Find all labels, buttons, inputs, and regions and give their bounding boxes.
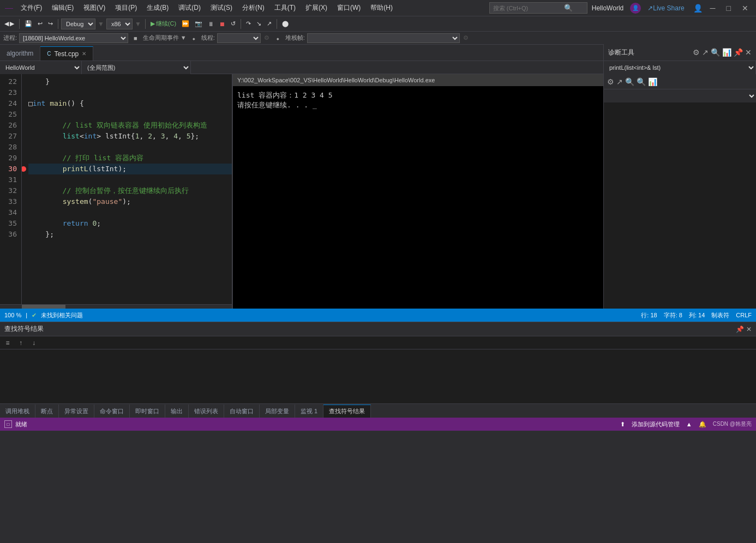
- diag-chart-icon[interactable]: 📊: [722, 48, 731, 57]
- stop-icon: ⏹: [219, 21, 225, 27]
- bottom-tab-breakpoints[interactable]: 断点: [35, 405, 59, 418]
- debug-config-select[interactable]: Debug: [61, 19, 95, 29]
- diag-btn-1[interactable]: ⚙: [607, 77, 614, 86]
- stack-select[interactable]: [307, 33, 460, 43]
- step-into-button[interactable]: ↘: [254, 19, 263, 28]
- pause-button[interactable]: ⏸: [206, 20, 216, 28]
- user-profile-icon[interactable]: 👤: [693, 4, 703, 13]
- undo-button[interactable]: ↩: [35, 19, 45, 28]
- menu-window[interactable]: 窗口(W): [333, 2, 365, 14]
- menu-edit[interactable]: 编辑(E): [47, 2, 78, 14]
- title-search-box[interactable]: 🔍: [489, 2, 587, 14]
- menu-view[interactable]: 视图(V): [79, 2, 110, 14]
- thread-select[interactable]: [217, 33, 261, 43]
- code-scroll-thumb[interactable]: [22, 305, 65, 309]
- search-input[interactable]: [493, 5, 564, 11]
- menu-project[interactable]: 项目(P): [111, 2, 141, 14]
- code-line-22: }: [28, 76, 232, 87]
- bottom-toolbar-btn-3[interactable]: ↓: [28, 337, 39, 348]
- code-line-35: return 0;: [28, 218, 232, 229]
- camera-button[interactable]: 📷: [193, 19, 205, 28]
- restart-icon: ↺: [231, 20, 236, 27]
- menu-build[interactable]: 生成(B): [142, 2, 173, 14]
- platform-select[interactable]: x86: [106, 19, 133, 29]
- diag-tools-title: 诊断工具: [608, 48, 634, 57]
- diag-navigate-icon[interactable]: ↗: [702, 48, 709, 57]
- diag-settings-icon[interactable]: ⚙: [693, 48, 700, 57]
- close-button[interactable]: ✕: [739, 3, 752, 14]
- menu-test[interactable]: 测试(S): [206, 2, 237, 14]
- notification-icon[interactable]: 🔔: [699, 421, 706, 428]
- bottom-tab-autowindow[interactable]: 自动窗口: [224, 405, 260, 418]
- encoding-info[interactable]: CRLF: [736, 312, 752, 318]
- scope-select-2[interactable]: (全局范围): [82, 61, 191, 74]
- diag-btn-5[interactable]: 📊: [648, 77, 657, 86]
- bottom-close-icon[interactable]: ✕: [746, 325, 752, 333]
- diag-close-icon[interactable]: ✕: [745, 48, 752, 57]
- col-info: 列: 14: [689, 311, 705, 319]
- diag-scope-select[interactable]: [604, 89, 756, 102]
- minimize-button[interactable]: ─: [707, 3, 719, 14]
- bottom-tab-callstack[interactable]: 调用堆栈: [0, 405, 35, 418]
- zoom-level[interactable]: 100 %: [4, 312, 21, 318]
- user-avatar[interactable]: 👤: [630, 3, 641, 14]
- redo-button[interactable]: ↪: [46, 19, 55, 28]
- bottom-tab-exceptions[interactable]: 异常设置: [59, 405, 94, 418]
- menu-file[interactable]: 文件(F): [16, 2, 46, 14]
- diag-btn-4[interactable]: 🔍: [637, 77, 646, 86]
- char-info: 字符: 8: [664, 311, 682, 319]
- step-out-icon: ↗: [267, 20, 272, 27]
- restart-button[interactable]: ↺: [229, 19, 238, 28]
- maximize-button[interactable]: □: [723, 3, 734, 14]
- tab-close-button[interactable]: ✕: [82, 51, 86, 57]
- bottom-tab-immediate[interactable]: 即时窗口: [130, 405, 165, 418]
- line-ending-info[interactable]: 制表符: [711, 311, 729, 319]
- tab-test-cpp-label: Test.cpp: [55, 50, 79, 58]
- menu-help[interactable]: 帮助(H): [366, 2, 397, 14]
- bottom-tab-errorlist[interactable]: 错误列表: [189, 405, 224, 418]
- breakpoint-button[interactable]: ⬤: [280, 19, 291, 28]
- code-editor[interactable]: 22 23 24 25 26 27 28 29 30 31 32 33 34 3…: [0, 74, 232, 309]
- tab-algorithm[interactable]: algorithm: [0, 46, 40, 61]
- editor-tab-bar: algorithm C Test.cpp ✕ 诊断工具 ⚙ ↗ 🔍 📊 📌 ✕: [0, 45, 756, 61]
- stop-button[interactable]: ⏹: [217, 20, 227, 28]
- code-scrollbar[interactable]: [0, 304, 232, 309]
- bottom-tab-command[interactable]: 命令窗口: [94, 405, 130, 418]
- back-nav-icon: ◀: [4, 20, 9, 27]
- live-share-button[interactable]: ↗ Live Share: [647, 4, 684, 12]
- step-out-button[interactable]: ↗: [265, 19, 274, 28]
- status-separator: |: [26, 312, 27, 318]
- search-icon: 🔍: [564, 4, 573, 12]
- scope-select-1[interactable]: HelloWorld: [0, 61, 82, 74]
- add-source-label[interactable]: 添加到源代码管理: [632, 420, 680, 429]
- code-line-29: // 打印 list 容器内容: [28, 153, 232, 164]
- watermark-text: CSDN @韩昱亮: [713, 420, 752, 428]
- process-select[interactable]: [18608] HelloWorld.exe: [19, 33, 128, 43]
- diag-btn-2[interactable]: ↗: [616, 77, 623, 86]
- diag-scope-bar: [604, 89, 756, 102]
- bottom-toolbar-btn-1[interactable]: ≡: [2, 337, 13, 348]
- app-title: HelloWorld: [592, 4, 623, 12]
- line-num-29: 29: [2, 153, 17, 164]
- step-over-button[interactable]: ↷: [244, 19, 253, 28]
- menu-extensions[interactable]: 扩展(X): [301, 2, 332, 14]
- menu-debug[interactable]: 调试(D): [174, 2, 205, 14]
- scope-select-3[interactable]: printL(list<int>& lst): [603, 61, 756, 74]
- diag-pin-icon[interactable]: 📌: [734, 48, 743, 57]
- step-button[interactable]: ⏩: [179, 19, 191, 28]
- bottom-toolbar-btn-2[interactable]: ↑: [15, 337, 26, 348]
- save-button[interactable]: 💾: [22, 19, 34, 28]
- bottom-tab-output[interactable]: 输出: [165, 405, 189, 418]
- bottom-tab-watch1[interactable]: 监视 1: [295, 405, 323, 418]
- bottom-tab-locals[interactable]: 局部变量: [260, 405, 295, 418]
- continue-button[interactable]: ▶ 继续(C): [148, 19, 178, 29]
- terminal-content[interactable]: list 容器内容：1 2 3 4 5 请按任意键继续. . . _: [233, 86, 603, 309]
- tab-test-cpp[interactable]: C Test.cpp ✕: [40, 46, 93, 61]
- undo-redo-group[interactable]: ◀ ▶: [2, 19, 16, 28]
- diag-search-icon[interactable]: 🔍: [711, 48, 720, 57]
- bottom-tab-findsymbol[interactable]: 查找符号结果: [323, 405, 371, 418]
- menu-tools[interactable]: 工具(T): [270, 2, 300, 14]
- bottom-pin-icon[interactable]: 📌: [736, 325, 744, 333]
- diag-btn-3[interactable]: 🔍: [625, 77, 634, 86]
- menu-analyze[interactable]: 分析(N): [238, 2, 269, 14]
